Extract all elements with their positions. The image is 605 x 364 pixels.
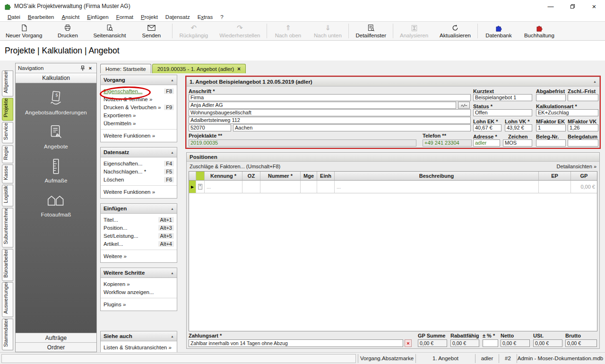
zeichen-input[interactable]: MOS xyxy=(503,139,532,147)
action-uebermitteln[interactable]: Übermitteln » xyxy=(101,119,177,127)
action-plugins[interactable]: Plugins » xyxy=(101,300,177,308)
row-selector[interactable]: ▶ xyxy=(189,181,196,193)
collapse-icon[interactable]: ▲ xyxy=(171,151,174,154)
module-tab-stammdaten[interactable]: Stammdaten xyxy=(2,319,13,350)
abgabefrist-input[interactable] xyxy=(536,94,566,101)
menu-item-datensatz[interactable]: Datensatz xyxy=(162,14,194,20)
action-artikel[interactable]: Artikel...Alt+4 xyxy=(101,240,177,248)
panel-weitere-schritte-header[interactable]: Weitere Schritte▲ xyxy=(101,268,177,278)
panel-siehe-auch-header[interactable]: Siehe auch▲ xyxy=(101,331,177,341)
minimize-button[interactable]: — xyxy=(540,0,562,12)
action-exportieren[interactable]: Exportieren » xyxy=(101,111,177,119)
action-eigenschaften-vorgang[interactable]: Eigenschaften...F8 xyxy=(101,87,177,95)
mfaktor-ek-input[interactable]: 1 xyxy=(536,124,566,131)
ort-input[interactable]: Aachen xyxy=(233,124,471,131)
toolbar-seitenansicht-button[interactable]: Seitenansicht xyxy=(87,22,131,40)
menu-item-bearbeiten[interactable]: Bearbeiten xyxy=(24,14,58,20)
action-kopieren[interactable]: Kopieren » xyxy=(101,280,177,288)
detailansichten-link[interactable]: Detailansichten » xyxy=(557,164,596,169)
menu-item-extras[interactable]: Extras xyxy=(194,14,217,20)
nav-footer-auftraege[interactable]: Aufträge xyxy=(16,333,96,342)
anschrift-line4-input[interactable]: Adalbertsteinweg 112 xyxy=(189,117,471,124)
action-weitere-funktionen-vorgang[interactable]: Weitere Funktionen » xyxy=(101,131,177,139)
menu-item-hilfe[interactable]: ? xyxy=(216,14,227,20)
collapse-icon[interactable]: ▲ xyxy=(171,271,174,275)
cell-einh[interactable] xyxy=(317,181,335,193)
plz-input[interactable]: 52070 xyxy=(189,124,231,131)
collapse-icon[interactable]: ▲ xyxy=(171,335,174,338)
panel-einfuegen-header[interactable]: Einfügen▲ xyxy=(101,204,177,214)
action-set-leistung[interactable]: Set/Leistung...Alt+5 xyxy=(101,232,177,240)
action-workflow-anzeigen[interactable]: Workflow anzeigen... xyxy=(101,288,177,296)
module-tab-auswertungen[interactable]: Auswertungen xyxy=(2,282,13,317)
cell-kennung[interactable]: ... xyxy=(205,181,242,193)
module-tab-service[interactable]: Service xyxy=(2,122,13,143)
cell-oz[interactable] xyxy=(242,181,260,193)
anschrift-line3-input[interactable]: Wohnungsbaugesellschaft xyxy=(189,109,471,116)
cell-nummer[interactable] xyxy=(260,181,301,193)
action-titel[interactable]: Titel...Alt+1 xyxy=(101,216,177,224)
panel-datensatz-header[interactable]: Datensatz▲ xyxy=(101,147,177,157)
toolbar-datenbank-button[interactable]: Datenbank xyxy=(479,22,519,40)
navigation-section-kalkulation[interactable]: Kalkulation xyxy=(16,73,96,83)
toolbar-senden-button[interactable]: Senden xyxy=(131,22,171,40)
collapse-icon[interactable]: ▲ xyxy=(171,78,174,82)
module-tab-subunternehmer[interactable]: Subunternehmer xyxy=(2,208,13,248)
tab-home[interactable]: Home: Startseite xyxy=(100,64,151,73)
action-nachschlagen[interactable]: Nachschlagen... *F5 xyxy=(101,167,177,175)
col-header-gp[interactable]: GP xyxy=(571,172,597,181)
kalkulationsart-input[interactable]: EK+Zuschlag xyxy=(536,109,598,116)
action-loeschen[interactable]: LöschenF6 xyxy=(101,175,177,183)
module-tab-projekte[interactable]: Projekte xyxy=(2,98,13,121)
kurztext-input[interactable]: Beispielangebot 1 xyxy=(473,94,532,101)
toolbar-neuer-vorgang-button[interactable]: Neuer Vorgang xyxy=(0,22,48,40)
cell-ep[interactable] xyxy=(539,181,571,193)
col-header-ep[interactable]: EP xyxy=(539,172,571,181)
collapse-icon[interactable]: ▲ xyxy=(171,207,174,210)
module-tab-allgemein[interactable]: Allgemein xyxy=(2,70,13,96)
collapse-icon[interactable]: ▲ xyxy=(593,80,596,83)
tab-document-active[interactable]: 2019.00035 - 1. Angebot (adler) × xyxy=(152,64,246,73)
menu-item-einfuegen[interactable]: Einfügen xyxy=(83,14,112,20)
lohn-vk-input[interactable]: 43,92 € xyxy=(505,124,532,131)
toolbar-aktualisieren-button[interactable]: Aktualisieren xyxy=(434,22,476,40)
tab-close-icon[interactable]: × xyxy=(237,66,241,72)
close-button[interactable]: × xyxy=(583,0,605,12)
action-drucken-verbuchen[interactable]: Drucken & Verbuchen »F9 xyxy=(101,103,177,111)
action-weitere-funktionen-datensatz[interactable]: Weitere Funktionen » xyxy=(101,188,177,196)
nav-item-angebote[interactable]: Angebote xyxy=(44,123,68,149)
toolbar-buchhaltung-button[interactable]: Buchhaltung xyxy=(519,22,560,40)
status-input[interactable]: Offen xyxy=(473,109,532,116)
clear-payment-button[interactable]: × xyxy=(405,339,412,347)
zuschlaege-faktoren-link[interactable]: Zuschläge & Faktoren... (Umschalt+F8) xyxy=(190,164,280,169)
panel-vorgang-header[interactable]: Vorgang▲ xyxy=(101,75,177,85)
mfaktor-vk-input[interactable]: 1,26 xyxy=(568,124,598,131)
module-tab-bueroarbeiten[interactable]: Büroarbeiten xyxy=(2,249,13,281)
adresse-input[interactable]: adler xyxy=(473,139,500,147)
zschl-frist-input[interactable] xyxy=(568,94,598,101)
nav-footer-ordner[interactable]: Ordner xyxy=(16,342,96,352)
table-row[interactable]: ▶ * ... ... 0,00 € xyxy=(189,181,597,193)
telefon-field[interactable]: +49 241 23304 xyxy=(423,139,472,147)
menu-item-format[interactable]: Format xyxy=(112,14,137,20)
module-tab-regie[interactable]: Regie xyxy=(2,145,13,163)
action-listen-strukturansichten[interactable]: Listen & Strukturansichten » xyxy=(101,343,177,351)
close-navigation-icon[interactable]: × xyxy=(86,64,94,72)
col-header-kennung[interactable]: Kennung * xyxy=(205,172,242,181)
action-weitere-einfuegen[interactable]: Weitere » xyxy=(101,252,177,260)
pin-icon[interactable] xyxy=(79,64,86,72)
anschrift-line2-input[interactable]: Anja Adler AG xyxy=(189,102,456,109)
action-eigenschaften-datensatz[interactable]: Eigenschaften...F4 xyxy=(101,159,177,167)
nav-item-fotoaufmass[interactable]: Fotoaufmaß xyxy=(41,191,71,217)
col-header-beschreibung[interactable]: Beschreibung xyxy=(335,172,539,181)
lohn-ek-input[interactable]: 40,67 € xyxy=(473,124,501,131)
action-notizen-termine[interactable]: Notizen & Termine » xyxy=(101,95,177,103)
module-tab-kasse[interactable]: Kasse xyxy=(2,165,13,183)
edit-address-button[interactable] xyxy=(458,102,470,109)
anschrift-line1-input[interactable]: Firma xyxy=(189,94,471,101)
col-header-mge[interactable]: Mge xyxy=(301,172,317,181)
belegdatum-input[interactable] xyxy=(568,139,598,147)
cell-beschreibung[interactable]: ... xyxy=(335,181,539,193)
action-position[interactable]: Position...Alt+3 xyxy=(101,224,177,232)
zahlungsart-input[interactable]: Zahlbar innerhalb von 14 Tagen ohne Abzu… xyxy=(189,339,403,347)
